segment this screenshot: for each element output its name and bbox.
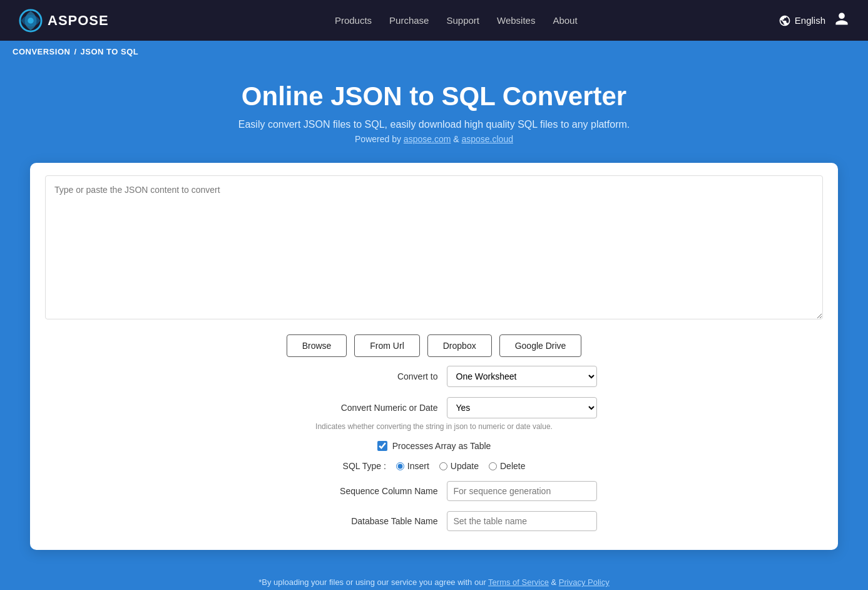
- sql-delete-option[interactable]: Delete: [489, 461, 525, 471]
- logo[interactable]: ASPOSE: [19, 9, 109, 33]
- powered-prefix: Powered by: [355, 134, 404, 144]
- sql-delete-label: Delete: [500, 461, 525, 471]
- sql-update-label: Update: [451, 461, 479, 471]
- svg-point-1: [28, 18, 34, 24]
- numeric-label: Convert Numeric or Date: [338, 403, 438, 413]
- nav-purchase[interactable]: Purchase: [389, 15, 429, 26]
- sql-insert-label: Insert: [407, 461, 429, 471]
- json-input[interactable]: [45, 175, 823, 319]
- sql-insert-option[interactable]: Insert: [396, 461, 429, 471]
- privacy-link[interactable]: Privacy Policy: [559, 577, 610, 587]
- seq-col-label: Sequence Column Name: [338, 486, 438, 496]
- from-url-button[interactable]: From Url: [354, 334, 419, 357]
- db-table-input[interactable]: [447, 511, 597, 531]
- language-selector[interactable]: English: [779, 14, 825, 27]
- processes-array-checkbox[interactable]: [377, 441, 387, 451]
- seq-col-row: Sequence Column Name: [272, 481, 597, 501]
- breadcrumb-current: JSON TO SQL: [81, 47, 139, 56]
- powered-amp: &: [451, 134, 461, 144]
- nav-about[interactable]: About: [553, 15, 577, 26]
- browse-button[interactable]: Browse: [287, 334, 347, 357]
- footer: *By uploading your files or using our se…: [0, 569, 868, 590]
- language-label: English: [795, 15, 825, 26]
- processes-array-row: Processes Array as Table: [377, 441, 491, 451]
- sql-update-option[interactable]: Update: [439, 461, 479, 471]
- page-title: Online JSON to SQL Converter: [13, 81, 855, 111]
- numeric-row: Convert Numeric or Date Yes No: [272, 397, 597, 418]
- sql-insert-radio[interactable]: [396, 462, 404, 470]
- globe-icon: [779, 14, 791, 27]
- aspose-com-link[interactable]: aspose.com: [404, 134, 451, 144]
- main-card: Browse From Url Dropbox Google Drive Con…: [30, 163, 838, 550]
- processes-array-label: Processes Array as Table: [392, 441, 491, 451]
- convert-to-row: Convert to One Worksheet Multiple Worksh…: [272, 366, 597, 387]
- sql-update-radio[interactable]: [439, 462, 447, 470]
- tos-link[interactable]: Terms of Service: [488, 577, 549, 587]
- user-icon[interactable]: [834, 11, 849, 30]
- breadcrumb: CONVERSION / JSON TO SQL: [0, 41, 868, 63]
- powered-by: Powered by aspose.com & aspose.cloud: [13, 134, 855, 144]
- numeric-select[interactable]: Yes No: [447, 397, 597, 418]
- logo-icon: [19, 9, 43, 33]
- aspose-cloud-link[interactable]: aspose.cloud: [461, 134, 513, 144]
- db-table-row: Database Table Name: [272, 511, 597, 531]
- numeric-hint: Indicates whether converting the string …: [315, 422, 553, 431]
- breadcrumb-separator: /: [74, 47, 76, 56]
- logo-text: ASPOSE: [48, 13, 109, 29]
- sql-type-row: SQL Type : Insert Update Delete: [343, 461, 526, 471]
- hero-subtitle: Easily convert JSON files to SQL, easily…: [13, 119, 855, 130]
- footer-amp: &: [549, 577, 559, 587]
- sql-type-label: SQL Type :: [343, 461, 386, 471]
- google-drive-button[interactable]: Google Drive: [499, 334, 582, 357]
- footer-text: *By uploading your files or using our se…: [258, 577, 488, 587]
- breadcrumb-conversion[interactable]: CONVERSION: [13, 47, 70, 56]
- nav-websites[interactable]: Websites: [497, 15, 535, 26]
- nav-support[interactable]: Support: [446, 15, 479, 26]
- file-buttons: Browse From Url Dropbox Google Drive: [45, 334, 823, 357]
- hero-section: Online JSON to SQL Converter Easily conv…: [0, 63, 868, 163]
- navbar: ASPOSE Products Purchase Support Website…: [0, 0, 868, 41]
- db-table-label: Database Table Name: [338, 516, 438, 526]
- dropbox-button[interactable]: Dropbox: [427, 334, 492, 357]
- form-section: Convert to One Worksheet Multiple Worksh…: [45, 366, 823, 531]
- nav-right: English: [779, 11, 849, 30]
- convert-to-label: Convert to: [338, 371, 438, 381]
- convert-to-select[interactable]: One Worksheet Multiple Worksheets: [447, 366, 597, 387]
- sql-delete-radio[interactable]: [489, 462, 497, 470]
- nav-links: Products Purchase Support Websites About: [146, 15, 766, 26]
- seq-col-input[interactable]: [447, 481, 597, 501]
- nav-products[interactable]: Products: [335, 15, 372, 26]
